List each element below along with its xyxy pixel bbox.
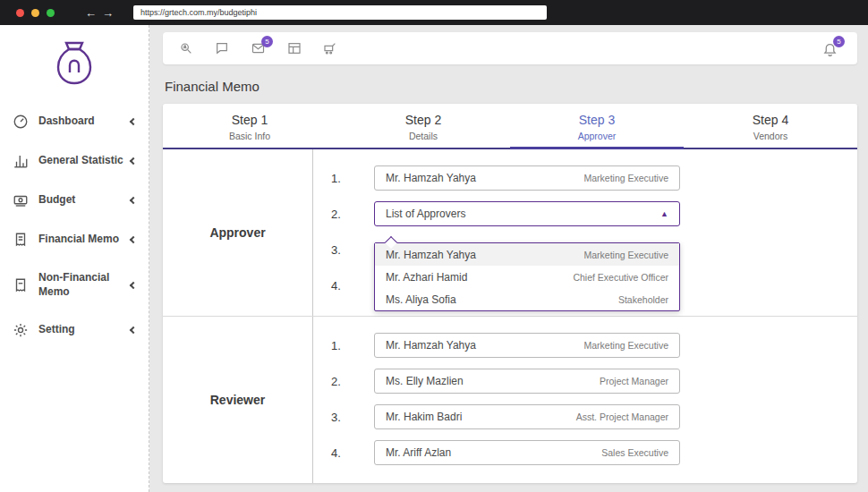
person-role: Chief Executive Officer bbox=[573, 272, 668, 283]
sidebar-item-general-statistic[interactable]: General Statistic bbox=[0, 141, 149, 181]
main-content: 5 5 Financial Memo Step 1 Basic Info bbox=[149, 25, 868, 492]
row-number: 1. bbox=[313, 172, 374, 185]
sidebar-item-label: Budget bbox=[38, 193, 131, 208]
person-name: Mr. Hamzah Yahya bbox=[386, 172, 476, 184]
sidebar-item-label: Financial Memo bbox=[38, 233, 131, 247]
comment-icon[interactable] bbox=[215, 41, 229, 55]
reviewer-4-field[interactable]: Mr. Ariff Azlan Sales Executive bbox=[374, 440, 680, 465]
step-title: Step 1 bbox=[163, 113, 336, 127]
sidebar-item-setting[interactable]: Setting bbox=[0, 310, 149, 350]
chevron-left-icon bbox=[130, 157, 137, 165]
approver-section-label: Approver bbox=[163, 149, 313, 316]
reviewer-1-field[interactable]: Mr. Hamzah Yahya Marketing Executive bbox=[374, 333, 680, 358]
mail-badge: 5 bbox=[261, 36, 273, 47]
person-name: Mr. Azhari Hamid bbox=[386, 271, 467, 284]
row-number: 1. bbox=[313, 339, 374, 352]
chevron-left-icon bbox=[130, 281, 137, 288]
dashboard-icon bbox=[13, 114, 30, 130]
chevron-left-icon bbox=[130, 118, 137, 125]
reviewer-row-1: 1. Mr. Hamzah Yahya Marketing Executive bbox=[313, 327, 857, 363]
financial-memo-icon bbox=[13, 232, 30, 248]
person-name: Mr. Ariff Azlan bbox=[386, 446, 451, 459]
person-role: Asst. Project Manager bbox=[576, 411, 668, 422]
close-window-button[interactable] bbox=[16, 9, 24, 17]
page-title: Financial Memo bbox=[165, 79, 855, 94]
reviewer-3-field[interactable]: Mr. Hakim Badri Asst. Project Manager bbox=[374, 404, 680, 429]
reviewer-row-3: 3. Mr. Hakim Badri Asst. Project Manager bbox=[313, 399, 857, 435]
caret-up-icon: ▲ bbox=[660, 210, 668, 218]
chevron-left-icon bbox=[130, 236, 137, 243]
row-number: 4. bbox=[313, 446, 374, 460]
step-3-approver[interactable]: Step 3 Approver bbox=[510, 104, 684, 149]
reviewer-row-2: 2. Ms. Elly Mazlien Project Manager bbox=[313, 363, 857, 399]
dropdown-option[interactable]: Ms. Aliya Sofia Stakeholder bbox=[375, 288, 679, 310]
sidebar-item-financial-memo[interactable]: Financial Memo bbox=[0, 220, 149, 259]
person-name: Ms. Elly Mazlien bbox=[386, 375, 464, 387]
person-name: Mr. Hamzah Yahya bbox=[386, 339, 476, 352]
step-subtitle: Vendors bbox=[684, 131, 857, 141]
approver-row-2: 2. List of Approvers ▲ bbox=[313, 196, 857, 232]
person-role: Marketing Executive bbox=[583, 173, 668, 183]
row-number: 3. bbox=[313, 243, 374, 257]
budget-icon bbox=[13, 192, 30, 208]
mail-icon[interactable]: 5 bbox=[251, 41, 266, 55]
forward-arrow-icon[interactable]: → bbox=[102, 6, 114, 20]
approver-2-select[interactable]: List of Approvers ▲ bbox=[374, 201, 680, 226]
step-4-vendors[interactable]: Step 4 Vendors bbox=[684, 104, 857, 149]
approver-rows: 1. Mr. Hamzah Yahya Marketing Executive … bbox=[313, 149, 857, 316]
non-financial-memo-icon bbox=[13, 277, 30, 293]
step-1-basic-info[interactable]: Step 1 Basic Info bbox=[163, 104, 336, 149]
step-subtitle: Details bbox=[336, 131, 510, 141]
url-text: https://grtech.com.my/budgetiphi bbox=[140, 8, 257, 17]
person-role: Project Manager bbox=[600, 376, 668, 386]
approver-section: Approver 1. Mr. Hamzah Yahya Marketing E… bbox=[163, 149, 857, 317]
person-name: Ms. Aliya Sofia bbox=[386, 293, 456, 306]
sidebar-item-budget[interactable]: Budget bbox=[0, 181, 149, 220]
approver-dropdown: Mr. Hamzah Yahya Marketing Executive Mr.… bbox=[374, 242, 680, 311]
sidebar: Dashboard General Statistic Budget Finan… bbox=[0, 25, 149, 492]
person-role: Marketing Executive bbox=[583, 340, 668, 351]
sidebar-item-label: Setting bbox=[38, 323, 131, 337]
step-subtitle: Approver bbox=[510, 131, 684, 141]
sidebar-item-dashboard[interactable]: Dashboard bbox=[0, 102, 149, 141]
sidebar-item-label: Dashboard bbox=[38, 115, 131, 129]
person-role: Stakeholder bbox=[618, 294, 668, 305]
row-number: 4. bbox=[313, 279, 374, 293]
gear-icon bbox=[13, 322, 30, 338]
minimize-window-button[interactable] bbox=[31, 9, 39, 17]
back-arrow-icon[interactable]: ← bbox=[85, 6, 97, 20]
window-controls bbox=[16, 9, 62, 17]
reviewer-section: Reviewer 1. Mr. Hamzah Yahya Marketing E… bbox=[163, 317, 857, 483]
url-bar[interactable]: https://grtech.com.my/budgetiphi bbox=[133, 5, 547, 20]
sidebar-item-label: General Statistic bbox=[38, 154, 131, 168]
person-role: Marketing Executive bbox=[583, 250, 668, 260]
top-toolbar: 5 5 bbox=[163, 32, 857, 64]
statistics-icon bbox=[13, 153, 30, 169]
row-number: 2. bbox=[313, 208, 374, 221]
reviewer-2-field[interactable]: Ms. Elly Mazlien Project Manager bbox=[374, 369, 680, 394]
sidebar-item-label: Non-Financial Memo bbox=[38, 271, 131, 299]
stepper: Step 1 Basic Info Step 2 Details Step 3 … bbox=[163, 104, 857, 149]
dropdown-option[interactable]: Mr. Hamzah Yahya Marketing Executive bbox=[375, 243, 679, 266]
person-name: Mr. Hakim Badri bbox=[386, 411, 462, 423]
person-role: Sales Executive bbox=[601, 447, 668, 458]
money-bag-logo-icon bbox=[54, 40, 95, 87]
reviewer-rows: 1. Mr. Hamzah Yahya Marketing Executive … bbox=[313, 317, 857, 483]
person-name: Mr. Hamzah Yahya bbox=[386, 249, 476, 261]
app-logo[interactable] bbox=[0, 25, 149, 102]
row-number: 2. bbox=[313, 375, 374, 388]
reviewer-row-4: 4. Mr. Ariff Azlan Sales Executive bbox=[313, 435, 857, 471]
approver-row-1: 1. Mr. Hamzah Yahya Marketing Executive bbox=[313, 160, 857, 196]
sidebar-item-non-financial-memo[interactable]: Non-Financial Memo bbox=[0, 259, 149, 310]
user-search-icon[interactable] bbox=[179, 41, 193, 55]
table-icon[interactable] bbox=[287, 41, 302, 55]
row-number: 3. bbox=[313, 411, 374, 424]
cart-icon[interactable] bbox=[323, 41, 337, 55]
step-2-details[interactable]: Step 2 Details bbox=[336, 104, 510, 149]
memo-card: Step 1 Basic Info Step 2 Details Step 3 … bbox=[163, 104, 857, 483]
maximize-window-button[interactable] bbox=[47, 9, 55, 17]
notification-bell-icon[interactable]: 5 bbox=[822, 41, 838, 56]
approver-1-field[interactable]: Mr. Hamzah Yahya Marketing Executive bbox=[374, 165, 680, 191]
dropdown-option[interactable]: Mr. Azhari Hamid Chief Executive Officer bbox=[375, 266, 679, 288]
chevron-left-icon bbox=[130, 327, 137, 334]
